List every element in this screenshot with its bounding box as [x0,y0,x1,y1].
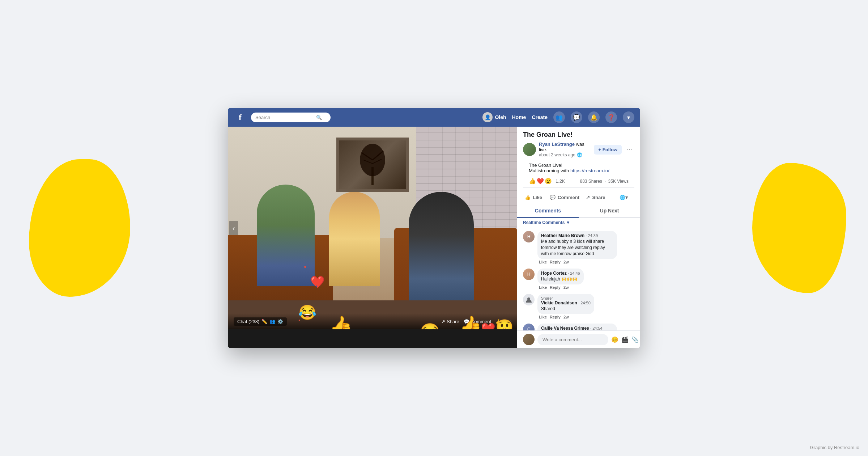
host-name[interactable]: Ryan LeStrange was live. [539,142,591,152]
avatar: 👤 [482,112,493,122]
comment-timestamp: · 24:54 [590,326,603,330]
comment-btn-icon: 💬 [550,195,556,200]
picture-inner [339,140,406,189]
main-content: ❤️ 😂 👍 😂 👍 ❤️ 😲 😂 👍 ● ● ● ● ● ● ● ❤️ [228,127,640,348]
globe-icon: 🌐 [577,152,582,157]
comment-avatar: H [523,269,535,280]
host-row: Ryan LeStrange was live. about 2 weeks a… [523,142,634,157]
comment-like-action[interactable]: Like [539,260,547,264]
nav-user[interactable]: 👤 Oleh [482,112,506,122]
gif-icon[interactable]: 🎬 [621,336,629,343]
reaction-count: 1.2K [556,178,565,184]
comment-avatar: H [523,231,535,242]
video-prev-arrow[interactable]: ‹ [229,221,238,235]
comment-like-action[interactable]: Like [539,315,547,319]
dot-blue-1: ● [315,284,318,288]
video-share-btn[interactable]: ↗ Share [441,319,459,324]
comment-reply-action[interactable]: Reply [550,260,561,264]
comment-actions: Like Reply 2w [537,260,617,264]
host-avatar[interactable] [523,143,536,156]
follow-button[interactable]: + Follow [594,145,622,155]
comment-timestamp: · 24:46 [568,271,580,275]
comment-avatar [523,294,535,305]
search-input[interactable] [255,115,313,120]
chat-edit-icon[interactable]: ✏️ [261,319,267,324]
comment-item: C Callie Va Nessa Grimes · 24:54 hello p… [517,321,640,330]
friends-icon[interactable]: 👥 [553,111,565,123]
chevron-down-icon[interactable]: ▾ [623,111,634,123]
comment-author[interactable]: Hope Cortez [541,271,567,276]
chat-people-icon[interactable]: 👥 [269,319,275,324]
comment-reply-action[interactable]: Reply [550,315,561,319]
messenger-icon[interactable]: 💬 [571,111,582,123]
comment-like-action[interactable]: Like [539,285,547,290]
nav-home-link[interactable]: Home [512,114,526,120]
page-icon [525,296,532,303]
more-options-button[interactable]: ··· [625,144,634,155]
notifications-icon[interactable]: 🔔 [588,111,600,123]
comment-content: Callie Va Nessa Grimes · 24:54 hello pro… [537,324,617,330]
decorative-blob-right [752,163,846,293]
post-text: The Groan Live! Multistreaming with http… [523,160,634,176]
search-bar[interactable]: 🔍 [251,113,331,122]
help-icon[interactable]: ❓ [605,111,617,123]
search-icon: 🔍 [316,115,322,120]
chat-settings-icon[interactable]: ⚙️ [277,319,283,324]
comment-text: Shared [541,306,591,312]
comment-author[interactable]: Vickie Donaldson [541,300,577,305]
comment-author[interactable]: Callie Va Nessa Grimes [541,326,589,330]
reactions-row: 👍 ❤️ 😮 1.2K 883 Shares · 35K Views [523,176,634,188]
restream-link[interactable]: https://restream.io/ [570,168,609,173]
comment-timestamp: · 24:50 [578,301,591,305]
reaction-thumbsup-2: 👍 [459,315,482,329]
comment-bubble: Sharer Vickie Donaldson · 24:50 Shared [537,294,594,314]
chat-badge[interactable]: Chat (238) ✏️ 👥 ⚙️ [234,317,287,326]
nav-right: 👤 Oleh Home Create 👥 💬 🔔 ❓ ▾ [482,111,634,123]
tab-upnext[interactable]: Up Next [579,204,640,218]
room-scene [228,127,517,329]
reaction-love: ❤️ [481,322,495,329]
nav-create-link[interactable]: Create [532,114,548,120]
sidebar-header: The Groan Live! Ryan LeStrange was live.… [517,127,640,191]
comment-avatar: C [523,324,535,330]
facebook-navbar: f 🔍 👤 Oleh Home Create 👥 💬 🔔 ❓ ▾ [228,108,640,127]
dot-blue-3: ● [506,328,509,329]
comments-list: H Heather Marie Brown · 24:39 Me and hub… [517,227,640,330]
comment-time: 2w [563,315,569,319]
reaction-thumbsup-large: 👍 [329,315,353,329]
reaction-laugh-2: 😂 [420,322,440,329]
facebook-logo[interactable]: f [234,111,247,124]
shares-views: 883 Shares · 35K Views [580,179,629,184]
comment-content: Sharer Vickie Donaldson · 24:50 Shared L… [537,294,594,319]
person-right [409,192,474,300]
nav-username: Oleh [495,114,506,120]
comment-text: Hallelujah 🙌🙌🙌 [541,276,580,282]
comment-author[interactable]: Heather Marie Brown [541,233,584,238]
comment-content: Heather Marie Brown · 24:39 Me and hubby… [537,231,617,264]
reaction-icons: 👍 ❤️ 😮 [529,178,552,185]
sticker-icon[interactable]: 📎 [631,336,639,343]
video-player[interactable]: ❤️ 😂 👍 😂 👍 ❤️ 😲 😂 👍 ● ● ● ● ● ● ● ❤️ [228,127,517,329]
person-left [257,185,315,286]
comment-item: H Hope Cortez · 24:46 Hallelujah 🙌🙌🙌 Lik… [517,266,640,292]
write-comment-input[interactable] [537,334,608,345]
comment-bubble: Callie Va Nessa Grimes · 24:54 hello pro… [537,324,617,330]
like-reaction-icon: 👍 [529,178,536,185]
share-action-btn[interactable]: ↗ Share [582,193,609,202]
chat-label: Chat (238) [237,319,259,324]
tabs-row: Comments Up Next [517,204,640,218]
emoji-icon[interactable]: 😊 [611,336,618,343]
comment-reply-action[interactable]: Reply [550,285,561,290]
host-info: Ryan LeStrange was live. about 2 weeks a… [539,142,591,157]
like-action-btn[interactable]: 👍 Like [520,193,547,202]
chevron-down-icon: 🌐▾ [620,195,628,200]
sharer-label: Sharer [541,296,591,300]
host-meta: about 2 weeks ago 🌐 [539,152,591,157]
comment-action-btn[interactable]: 💬 Comment [548,193,581,202]
comment-timestamp: · 24:39 [586,233,598,238]
tab-comments[interactable]: Comments [517,204,579,218]
wall-picture [336,138,409,192]
comment-content: Hope Cortez · 24:46 Hallelujah 🙌🙌🙌 Like … [537,269,584,290]
realtime-comments-label[interactable]: Realtime Comments ▼ [517,218,640,227]
more-action-btn[interactable]: 🌐▾ [610,193,637,202]
